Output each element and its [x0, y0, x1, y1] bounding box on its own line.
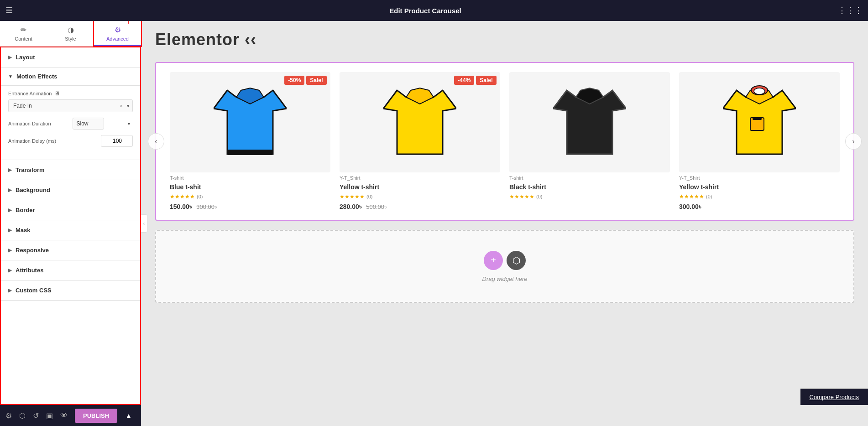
section-responsive: ▶ Responsive	[1, 240, 140, 260]
motion-effects-content: Entrance Animation 🖥 Fade In × ▾	[1, 86, 140, 160]
carousel-next-button[interactable]: ›	[845, 133, 862, 150]
transform-label: Transform	[16, 166, 45, 173]
section-attributes: ▶ Attributes	[1, 260, 140, 281]
drop-zone: + ⬡ Drag widget here	[155, 230, 854, 303]
product-badge-group: -44% Sale!	[454, 76, 497, 85]
entrance-animation-row: Entrance Animation 🖥 Fade In × ▾	[8, 90, 133, 112]
background-label: Background	[16, 187, 50, 193]
mask-header[interactable]: ▶ Mask	[1, 220, 140, 240]
history-icon[interactable]: ↺	[33, 411, 39, 420]
layout-header[interactable]: ▶ Layout	[1, 47, 140, 67]
background-arrow: ▶	[8, 187, 12, 192]
section-border: ▶ Border	[1, 200, 140, 220]
tab-advanced[interactable]: ↑ ⚙ Advanced	[94, 21, 141, 46]
carousel-prev-button[interactable]: ‹	[148, 133, 164, 150]
sidebar-collapse-handle[interactable]: ‹	[141, 214, 147, 233]
settings-icon[interactable]: ⚙	[5, 411, 12, 420]
discount-badge: -44%	[454, 76, 474, 85]
product-name: Blue t-shit	[170, 183, 330, 191]
content-icon: ✏	[21, 26, 26, 34]
product-rating: ★★★★★ (0)	[340, 193, 500, 200]
product-image-wrapper: -44% Sale!	[340, 72, 500, 172]
compare-products-bar[interactable]: Compare Products	[800, 389, 868, 405]
chevron-up-icon[interactable]: ▲	[125, 412, 132, 419]
stars: ★★★★★	[340, 193, 365, 200]
product-category: T-shirt	[509, 175, 670, 181]
menu-icon[interactable]: ☰	[5, 5, 13, 16]
product-card: Y-T_Shirt Yellow t-shirt ★★★★★ (0) 300.0…	[679, 72, 840, 211]
stars: ★★★★★	[170, 193, 195, 200]
custom-css-arrow: ▶	[8, 288, 12, 293]
section-mask: ▶ Mask	[1, 220, 140, 240]
drop-zone-label: Drag widget here	[482, 275, 528, 282]
grid-icon[interactable]: ⋮⋮⋮	[838, 5, 863, 16]
bottom-bar: ⚙ ⬡ ↺ ▣ 👁 PUBLISH ▲	[0, 405, 141, 426]
review-count: (0)	[366, 194, 372, 199]
select-clear-icon[interactable]: ×	[120, 103, 123, 109]
transform-header[interactable]: ▶ Transform	[1, 160, 140, 180]
red-arrow-indicator: ↑	[125, 21, 132, 26]
product-image	[553, 81, 626, 163]
svg-point-10	[754, 88, 765, 94]
animation-duration-label: Animation Duration	[8, 121, 69, 126]
tab-content[interactable]: ✏ Content	[0, 21, 47, 46]
layout-label: Layout	[16, 54, 35, 61]
product-badge-group: -50% Sale!	[284, 76, 327, 85]
main-layout: ✏ Content ◑ Style ↑ ⚙ Advanced ▶ Layout	[0, 21, 868, 426]
attributes-label: Attributes	[16, 267, 43, 274]
publish-button[interactable]: PUBLISH	[75, 409, 117, 423]
product-price: 280.00৳	[340, 203, 361, 210]
responsive-label: Responsive	[16, 247, 49, 254]
top-bar: ☰ Edit Product Carousel ⋮⋮⋮	[0, 0, 868, 21]
pages-icon[interactable]: ▣	[46, 411, 53, 420]
tab-style[interactable]: ◑ Style	[47, 21, 94, 46]
custom-css-header[interactable]: ▶ Custom CSS	[1, 281, 140, 300]
product-rating: ★★★★★ (0)	[679, 193, 840, 200]
product-card: -44% Sale! Y-T_Shirt Yellow t-shirt ★★★★…	[340, 72, 500, 211]
product-carousel-widget: ‹ -50% Sale! T-sh	[155, 62, 854, 221]
svg-rect-2	[227, 150, 273, 155]
product-category: Y-T_Shirt	[340, 175, 500, 181]
product-price: 150.00৳	[170, 203, 192, 210]
tab-content-label: Content	[15, 36, 32, 42]
animation-duration-select[interactable]: Slow Normal Fast	[73, 118, 104, 130]
border-header[interactable]: ▶ Border	[1, 200, 140, 220]
product-image-wrapper	[679, 72, 840, 172]
product-name: Yellow t-shirt	[340, 183, 500, 191]
product-image	[723, 81, 796, 163]
attributes-arrow: ▶	[8, 268, 12, 273]
layers-icon[interactable]: ⬡	[19, 411, 26, 420]
animation-delay-input[interactable]	[101, 135, 133, 147]
responsive-header[interactable]: ▶ Responsive	[1, 240, 140, 260]
stars: ★★★★★	[679, 193, 704, 200]
sale-badge: Sale!	[476, 76, 497, 85]
entrance-animation-select[interactable]: Fade In	[8, 99, 133, 112]
mask-arrow: ▶	[8, 228, 12, 233]
product-original-price: 300.00৳	[196, 203, 217, 210]
duration-select-arrow: ▾	[128, 121, 130, 126]
add-widget-button[interactable]: +	[484, 251, 503, 270]
review-count: (0)	[197, 194, 203, 199]
section-custom-css: ▶ Custom CSS	[1, 281, 140, 301]
entrance-animation-select-wrapper: Fade In × ▾	[8, 99, 133, 112]
style-icon: ◑	[68, 26, 74, 34]
animation-delay-label: Animation Delay (ms)	[8, 138, 97, 144]
background-header[interactable]: ▶ Background	[1, 180, 140, 200]
sidebar-tabs: ✏ Content ◑ Style ↑ ⚙ Advanced	[0, 21, 141, 47]
review-count: (0)	[706, 194, 712, 199]
product-original-price: 500.00৳	[366, 203, 387, 210]
custom-css-label: Custom CSS	[16, 287, 52, 294]
preview-icon[interactable]: 👁	[60, 411, 68, 420]
attributes-header[interactable]: ▶ Attributes	[1, 260, 140, 280]
widget-library-button[interactable]: ⬡	[507, 251, 526, 270]
product-name: Black t-shirt	[509, 183, 670, 191]
top-bar-title: Edit Product Carousel	[13, 7, 838, 15]
section-motion-effects: ▼ Motion Effects Entrance Animation 🖥 Fa…	[1, 68, 140, 160]
product-price-wrapper: 300.00৳	[679, 203, 840, 211]
responsive-arrow: ▶	[8, 248, 12, 253]
product-price-wrapper: 150.00৳ 300.00৳	[170, 203, 330, 211]
motion-effects-header[interactable]: ▼ Motion Effects	[1, 68, 140, 86]
product-image	[214, 81, 287, 163]
section-layout: ▶ Layout	[1, 47, 140, 68]
select-dropdown-icon[interactable]: ▾	[127, 103, 130, 109]
